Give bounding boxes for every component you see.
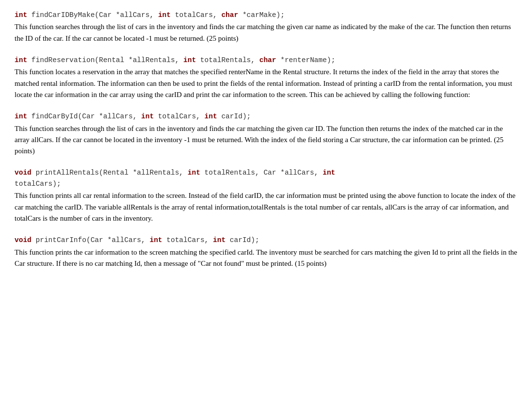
keyword-void-1: void bbox=[15, 169, 32, 177]
desc-findCarIDByMake: This function searches through the list … bbox=[15, 21, 517, 44]
section-printAllRentals: void printAllRentals(Rental *allRentals,… bbox=[15, 167, 517, 224]
keyword-int-2: int bbox=[15, 56, 27, 64]
desc-findCarById: This function searches through the list … bbox=[15, 123, 517, 157]
code-printAllRentals-line1: void printAllRentals(Rental *allRentals,… bbox=[15, 167, 517, 178]
desc-printAllRentals: This function prints all car rental info… bbox=[15, 190, 517, 224]
desc-findReservation: This function locates a reservation in t… bbox=[15, 66, 517, 100]
code-findReservation: int findReservation(Rental *allRentals, … bbox=[15, 55, 517, 65]
section-findCarById: int findCarById(Car *allCars, int totalC… bbox=[15, 111, 517, 157]
fn-findCarIDByMake: findCarIDByMake(Car * bbox=[27, 11, 120, 19]
keyword-int-1: int bbox=[15, 11, 27, 19]
keyword-int-3: int bbox=[15, 113, 27, 120]
keyword-void-2: void bbox=[15, 236, 32, 244]
page-content: int findCarIDByMake(Car *allCars, int to… bbox=[15, 10, 517, 269]
section-printCarInfo: void printCarInfo(Car *allCars, int tota… bbox=[15, 235, 517, 269]
section-findCarIDByMake: int findCarIDByMake(Car *allCars, int to… bbox=[15, 10, 517, 44]
desc-printCarInfo: This function prints the car information… bbox=[15, 247, 517, 270]
code-printAllRentals-line2: totalCars); bbox=[15, 178, 517, 189]
code-printCarInfo: void printCarInfo(Car *allCars, int tota… bbox=[15, 235, 517, 245]
code-findCarIDByMake: int findCarIDByMake(Car *allCars, int to… bbox=[15, 10, 517, 20]
section-findReservation: int findReservation(Rental *allRentals, … bbox=[15, 55, 517, 100]
code-printAllRentals: void printAllRentals(Rental *allRentals,… bbox=[15, 167, 517, 189]
code-findCarById: int findCarById(Car *allCars, int totalC… bbox=[15, 111, 517, 122]
